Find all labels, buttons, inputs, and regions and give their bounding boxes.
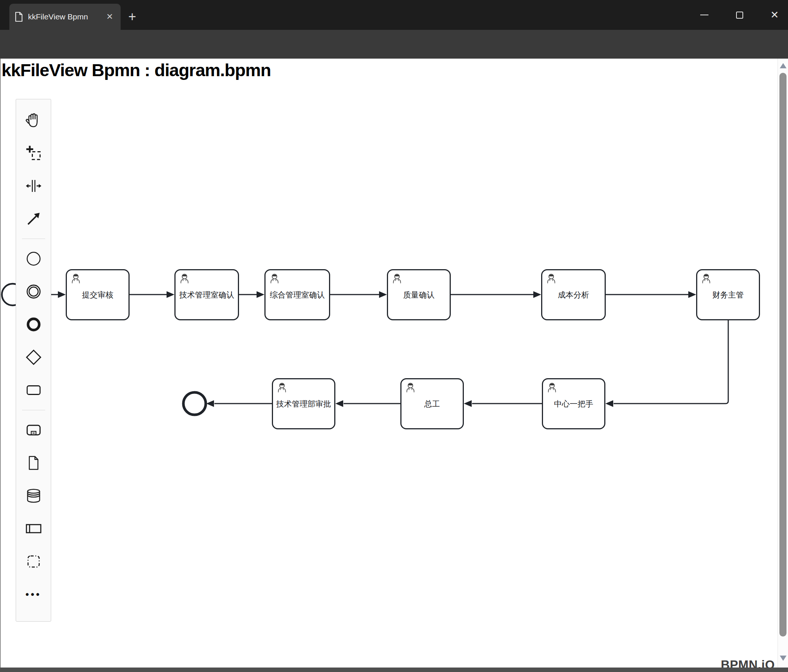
- user-task-icon: [178, 273, 191, 284]
- create-intermediate-event[interactable]: [16, 275, 51, 308]
- bpmn-palette: •••: [16, 99, 51, 621]
- intermediate-event-icon: [25, 283, 42, 300]
- global-connect-icon: [25, 210, 42, 227]
- vertical-scrollbar[interactable]: [778, 59, 788, 667]
- end-event-icon: [25, 316, 42, 333]
- global-connect-tool[interactable]: [16, 202, 51, 235]
- user-task-icon: [404, 382, 416, 393]
- user-task-icon: [700, 273, 712, 284]
- user-task-icon: [391, 273, 403, 284]
- lasso-icon: [25, 144, 42, 162]
- user-task-icon: [70, 273, 82, 284]
- task-node[interactable]: 综合管理室确认: [264, 269, 330, 320]
- task-label: 技术管理部审批: [276, 399, 331, 409]
- task-node[interactable]: 提交审核: [66, 269, 130, 320]
- create-data-object[interactable]: [16, 447, 51, 479]
- hand-icon: [25, 112, 42, 129]
- task-label: 总工: [424, 399, 440, 409]
- task-label: 中心一把手: [554, 399, 593, 409]
- palette-separator: [22, 239, 45, 239]
- task-node[interactable]: 财务主管: [696, 269, 760, 320]
- create-gateway[interactable]: [16, 341, 51, 374]
- scrollbar-thumb[interactable]: [779, 73, 786, 637]
- subprocess-icon: [25, 422, 42, 439]
- data-object-icon: [25, 454, 42, 472]
- lasso-tool[interactable]: [16, 136, 51, 170]
- user-task-icon: [268, 273, 280, 284]
- start-event-icon: [25, 250, 42, 267]
- create-task[interactable]: [16, 374, 51, 407]
- group-icon: [25, 553, 42, 570]
- create-group[interactable]: [16, 545, 51, 578]
- data-store-icon: [25, 487, 42, 504]
- space-tool[interactable]: [16, 170, 51, 202]
- task-label: 成本分析: [558, 290, 589, 300]
- palette-separator: [22, 410, 45, 410]
- task-node[interactable]: 技术管理室确认: [175, 269, 239, 320]
- create-end-event[interactable]: [16, 308, 51, 341]
- hand-tool[interactable]: [16, 104, 51, 136]
- task-label: 综合管理室确认: [270, 290, 325, 300]
- scroll-down-icon[interactable]: [780, 656, 786, 661]
- user-task-icon: [545, 273, 557, 284]
- task-label: 技术管理室确认: [179, 290, 234, 300]
- space-tool-icon: [25, 178, 42, 195]
- gateway-icon: [25, 348, 43, 366]
- task-node[interactable]: 中心一把手: [542, 378, 605, 430]
- create-start-event[interactable]: [16, 242, 51, 275]
- task-label: 财务主管: [713, 290, 744, 300]
- create-subprocess[interactable]: [16, 414, 51, 447]
- task-node[interactable]: 技术管理部审批: [272, 378, 335, 430]
- task-icon: [25, 382, 42, 399]
- task-label: 提交审核: [82, 290, 114, 300]
- task-node[interactable]: 质量确认: [387, 269, 451, 320]
- palette-more[interactable]: •••: [16, 578, 51, 611]
- scroll-up-icon[interactable]: [780, 63, 786, 68]
- end-event[interactable]: [183, 392, 206, 415]
- bpmn-canvas: [0, 0, 788, 672]
- user-task-icon: [276, 382, 288, 393]
- task-node[interactable]: 总工: [400, 378, 464, 430]
- user-task-icon: [546, 382, 558, 393]
- create-participant[interactable]: [16, 512, 51, 545]
- more-icon: •••: [25, 589, 41, 600]
- task-label: 质量确认: [404, 290, 435, 300]
- task-node[interactable]: 成本分析: [541, 269, 606, 320]
- create-data-store[interactable]: [16, 479, 51, 512]
- participant-icon: [25, 520, 43, 537]
